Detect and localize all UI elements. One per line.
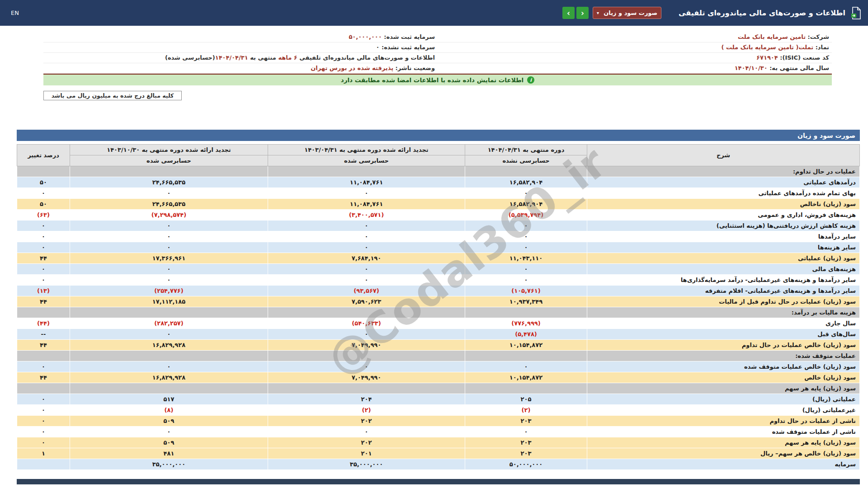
next-statement-button[interactable]: ‹ xyxy=(576,7,589,19)
value-cell: ۷,۵۹۰,۶۲۳ xyxy=(268,296,465,307)
table-header-row: شرح دوره منتهی به ۱۴۰۴/۰۴/۳۱ تجدید ارائه… xyxy=(17,145,860,155)
info-value: ۱۴۰۴/۱۰/۳۰ xyxy=(735,65,768,71)
page-title: اطلاعات و صورت‌های مالی میاندوره‌ای تلفی… xyxy=(679,9,845,17)
table-row: هزینه‌های مالی۰۰۰۰ xyxy=(17,264,860,275)
value-cell: ۲۰۳ xyxy=(465,437,587,448)
value-cell: ۰ xyxy=(17,427,70,437)
info-label: سرمایه ثبت نشده: xyxy=(379,44,435,51)
row-label: سود (زیان) عملیات در حال تداوم قبل از ما… xyxy=(587,296,860,307)
value-cell: ۰ xyxy=(70,242,268,253)
table-row: سرمایه۵۰,۰۰۰,۰۰۰۳۵,۰۰۰,۰۰۰۳۵,۰۰۰,۰۰۰ xyxy=(17,459,860,470)
value-cell: ۲۰۱ xyxy=(268,448,465,459)
info-label: منتهی به xyxy=(248,54,278,61)
row-label: سایر هزینه‌ها xyxy=(587,242,860,253)
company-link[interactable]: تامین سرمایه بانک ملت xyxy=(738,33,806,40)
table-row: هزینه‌های فروش، اداری و عمومی(۵,۵۳۹,۷۹۴)… xyxy=(17,210,860,221)
empty-cell xyxy=(465,383,587,394)
value-cell: ۰ xyxy=(70,231,268,242)
value-cell: ۱۱,۰۴۳,۱۱۰ xyxy=(465,253,587,264)
value-cell: ۰ xyxy=(465,275,587,286)
info-row: وضعیت ناشر: پذیرفته شده در بورس تهران xyxy=(43,63,438,74)
value-cell: ۰ xyxy=(465,221,587,231)
info-row: نماد: تملت( تامین سرمایه بانک ملت ) xyxy=(438,42,832,53)
value-cell: ۴۴ xyxy=(17,340,70,351)
table-row: سال جاری(۷۷۶,۹۹۹)(۵۴۰,۶۳۳)(۲۸۲,۲۵۷)(۴۴) xyxy=(17,318,860,329)
section-row: عملیات متوقف شده: xyxy=(17,351,860,361)
caret-down-icon: ▾ xyxy=(597,11,599,15)
info-row: کد صنعت (ISIC): ۶۷۱۹۰۴ xyxy=(438,53,832,63)
info-label: (حسابرسی شده) xyxy=(165,54,215,61)
info-label: اطلاعات و صورت‌های مالی میاندوره‌ای تلفی… xyxy=(297,54,435,61)
table-row: سود (زیان) ناخالص۱۶,۵۸۲,۹۰۴۱۱,۰۸۴,۷۶۱۲۴,… xyxy=(17,199,860,210)
table-row: سایر درآمدها و هزینه‌های غیرعملیاتی- اقل… xyxy=(17,286,860,296)
row-label: درآمدهای عملیاتی xyxy=(587,177,860,188)
value-cell: ۷,۰۴۹,۹۹۰ xyxy=(268,372,465,383)
value-cell: ۷,۶۸۴,۱۹۰ xyxy=(268,253,465,264)
table-row: غیرعملیاتی (ریال)(۲)(۲)(۸)۰ xyxy=(17,405,860,416)
value-cell: ۲۰۳ xyxy=(465,416,587,427)
empty-cell xyxy=(465,307,587,318)
value-cell: ۲۰۳ xyxy=(465,448,587,459)
info-value: ۶۷۱۹۰۴ xyxy=(756,54,778,61)
value-cell: ۲۴,۶۶۵,۵۳۵ xyxy=(70,199,268,210)
value-cell: (۴۴) xyxy=(17,318,70,329)
section-row: سود (زیان) پایه هر سهم xyxy=(17,383,860,394)
col-header-period2: تجدید ارائه شده دوره منتهی به ۱۴۰۳/۰۴/۳۱ xyxy=(268,145,465,155)
info-value: ۵۰,۰۰۰,۰۰۰ xyxy=(349,33,382,40)
row-label: سایر درآمدها و هزینه‌های غیرعملیاتی- اقل… xyxy=(587,286,860,296)
value-cell: ۰ xyxy=(268,231,465,242)
value-cell: (۸) xyxy=(70,405,268,416)
table-row: درآمدهای عملیاتی۱۶,۵۸۲,۹۰۴۱۱,۰۸۴,۷۶۱۲۴,۶… xyxy=(17,177,860,188)
info-row: اطلاعات و صورت‌های مالی میاندوره‌ای تلفی… xyxy=(43,53,438,63)
value-cell: ۰ xyxy=(268,275,465,286)
row-label: هزینه‌های مالی xyxy=(587,264,860,275)
value-cell: ۰ xyxy=(465,264,587,275)
empty-cell xyxy=(465,166,587,177)
value-cell: ۴۴ xyxy=(17,372,70,383)
value-cell: (۷۷۶,۹۹۹) xyxy=(465,318,587,329)
row-label: سود (زیان) خالص عملیات در حال تداوم xyxy=(587,340,860,351)
value-cell: ۱۱,۰۸۴,۷۶۱ xyxy=(268,199,465,210)
table-row: سایر درآمدها۰۰۰۰ xyxy=(17,231,860,242)
section-row: عملیات در حال تداوم: xyxy=(17,166,860,177)
info-label: سال مالی منتهی به: xyxy=(768,65,829,71)
empty-cell xyxy=(70,166,268,177)
chevron-icon: › xyxy=(567,9,570,18)
value-cell: ۰ xyxy=(17,405,70,416)
value-cell: (۹۳,۵۶۷) xyxy=(268,286,465,296)
value-cell: (۲۸۲,۲۵۷) xyxy=(70,318,268,329)
value-cell: ۰ xyxy=(465,231,587,242)
value-cell: ۰ xyxy=(17,416,70,427)
value-cell: ۰ xyxy=(70,427,268,437)
value-cell: ۰ xyxy=(70,264,268,275)
value-cell: ۰ xyxy=(268,188,465,199)
value-cell: ۰ xyxy=(465,242,587,253)
value-cell: ۲۰۲ xyxy=(268,416,465,427)
row-label: ناشی از عملیات در حال تداوم xyxy=(587,416,860,427)
row-label: سال جاری xyxy=(587,318,860,329)
value-cell: ۰ xyxy=(70,188,268,199)
report-export-icon[interactable] xyxy=(851,7,862,19)
value-cell: ۱۰,۹۳۷,۳۴۹ xyxy=(465,296,587,307)
table-row: سود (زیان) خالص عملیات در حال تداوم۱۰,۱۵… xyxy=(17,340,860,351)
value-cell: (۶۳) xyxy=(17,210,70,221)
info-label: نماد: xyxy=(813,44,829,51)
language-en-link[interactable]: EN xyxy=(6,8,24,18)
report-type-select[interactable]: صورت سود و زیان ▾ xyxy=(593,7,661,19)
row-label: سود (زیان) خالص xyxy=(587,372,860,383)
value-cell: ۰ xyxy=(465,188,587,199)
next-section-title-bar xyxy=(17,479,860,484)
previous-statement-button[interactable]: › xyxy=(562,7,575,19)
value-cell: ۰ xyxy=(17,221,70,231)
value-cell: ۱۶,۵۸۲,۹۰۴ xyxy=(465,199,587,210)
table-row: عملیاتی (ریال)۲۰۵۲۰۴۵۱۷۰ xyxy=(17,394,860,405)
empty-cell xyxy=(17,383,70,394)
value-cell: ۲۰۵ xyxy=(465,394,587,405)
value-cell: ۰ xyxy=(268,242,465,253)
row-label: سایر درآمدها و هزینه‌های غیرعملیاتی- درآ… xyxy=(587,275,860,286)
empty-cell xyxy=(268,383,465,394)
row-label: عملیاتی (ریال) xyxy=(587,394,860,405)
table-row: ناشی از عملیات در حال تداوم۲۰۳۲۰۲۵۰۹۰ xyxy=(17,416,860,427)
section-label: سود (زیان) پایه هر سهم xyxy=(587,383,860,394)
value-cell: ۱۷,۳۶۶,۹۶۱ xyxy=(70,253,268,264)
